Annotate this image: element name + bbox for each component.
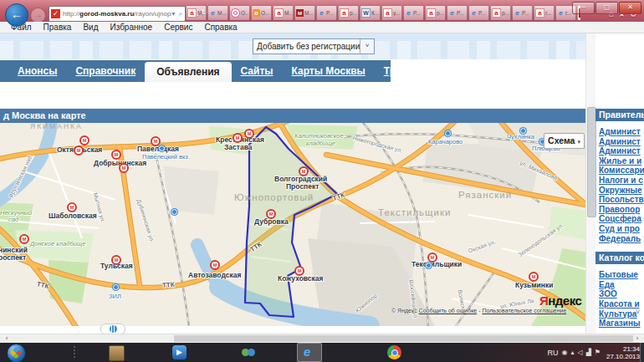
- close-button[interactable]: ✕: [619, 2, 641, 14]
- chrome-icon[interactable]: [387, 345, 401, 359]
- show-desktop-button[interactable]: [640, 343, 644, 362]
- back-button[interactable]: ←: [5, 3, 28, 27]
- browser-tab[interactable]: О...: [229, 5, 250, 20]
- internet-explorer-active[interactable]: e: [297, 343, 322, 362]
- metro-station-icon[interactable]: [119, 163, 129, 173]
- metro-station-icon[interactable]: [427, 252, 437, 263]
- menu-item[interactable]: Правка: [38, 23, 78, 32]
- sidebar-link[interactable]: Окружные: [599, 186, 644, 196]
- search-refresh-icons[interactable]: ▾ ⌕: [171, 10, 183, 18]
- menu-item[interactable]: Справка: [198, 23, 243, 32]
- hidden-icons-arrow[interactable]: ▴: [570, 349, 574, 356]
- tray-app-icon[interactable]: ◉: [561, 349, 567, 356]
- browser-tab[interactable]: Р...: [403, 5, 424, 20]
- scroll-right-arrow[interactable]: ›: [632, 334, 642, 343]
- metro-station-icon[interactable]: [299, 166, 309, 176]
- browser-tab[interactable]: у...: [381, 5, 402, 20]
- browser-tab[interactable]: р...: [338, 5, 359, 20]
- sidebar-link[interactable]: Суд и про: [599, 224, 644, 234]
- sidebar-link[interactable]: Налоги и с: [599, 176, 644, 186]
- address-bar[interactable]: ✓ http://gorod-moskva.ru/rayon/ujnoporto…: [49, 6, 186, 22]
- archive-app-icon[interactable]: [109, 345, 125, 361]
- minimize-button[interactable]: ─: [572, 2, 595, 14]
- metro-station-icon[interactable]: [210, 260, 220, 270]
- metro-station-icon[interactable]: [266, 209, 276, 219]
- browser-tab[interactable]: М...: [273, 5, 294, 20]
- browser-tab[interactable]: К...: [360, 5, 381, 20]
- rail-station-icon[interactable]: [159, 145, 165, 151]
- sidebar-link[interactable]: Посольств: [599, 195, 644, 205]
- yandex-map[interactable]: ЯКИМАНКАЮжнопортовыйТекстильщикиРязански…: [0, 123, 585, 326]
- browser-tab[interactable]: Р...: [316, 5, 337, 20]
- horizontal-scrollbar[interactable]: ‹ ›: [0, 334, 644, 343]
- metro-station-icon[interactable]: [151, 136, 161, 146]
- nav-tab[interactable]: Анонсы: [8, 60, 66, 82]
- sidebar-link[interactable]: Комиссари: [599, 166, 644, 176]
- metro-station-icon[interactable]: [294, 266, 304, 276]
- nav-tab[interactable]: Сайты: [232, 60, 283, 82]
- sidebar-link[interactable]: Еда: [599, 280, 644, 290]
- nav-tab[interactable]: Объявления: [145, 62, 231, 82]
- sidebar-link[interactable]: Соцсфера: [599, 214, 644, 224]
- sidebar-link[interactable]: Админист: [599, 146, 644, 156]
- clock[interactable]: 21:34 27.10.2013: [606, 345, 640, 360]
- media-player-icon[interactable]: ▶: [172, 345, 187, 359]
- rail-station-icon[interactable]: [113, 284, 119, 290]
- nav-tab[interactable]: Карты Москвы: [283, 60, 375, 82]
- browser-tab[interactable]: Р...: [447, 5, 468, 20]
- sidebar-link[interactable]: Правопор: [599, 205, 644, 215]
- zoom-knob-icon[interactable]: [110, 325, 117, 333]
- metro-station-icon[interactable]: [19, 234, 29, 244]
- metro-station-icon[interactable]: [74, 145, 84, 156]
- sidebar-link[interactable]: Админист: [599, 137, 644, 147]
- browser-tab[interactable]: Р...: [512, 5, 533, 20]
- metro-station-icon[interactable]: [111, 255, 121, 265]
- menu-item[interactable]: Избранное: [104, 23, 158, 32]
- browser-tab[interactable]: О...: [251, 5, 272, 20]
- terms-link[interactable]: Пользовательское соглашение: [482, 308, 566, 314]
- horizontal-scrollbar-thumb[interactable]: [174, 335, 633, 342]
- scroll-left-arrow[interactable]: ‹: [2, 334, 12, 343]
- map-type-button[interactable]: Схема ▾: [544, 133, 585, 149]
- start-button[interactable]: [7, 344, 26, 362]
- network-icon[interactable]: ▟: [586, 349, 591, 356]
- metro-station-icon[interactable]: [79, 135, 89, 145]
- add-without-registration-select[interactable]: Добавить без регистрации: ˅: [253, 38, 375, 54]
- sidebar-link[interactable]: ЗОО: [599, 289, 644, 299]
- sidebar-link[interactable]: Магазины: [599, 319, 644, 329]
- messenger-icon[interactable]: [242, 345, 256, 359]
- sidebar-link[interactable]: Жилье и и: [599, 156, 644, 166]
- browser-tab[interactable]: г...: [534, 5, 555, 20]
- nav-tab[interactable]: Транспорт: [375, 60, 445, 82]
- browser-tab[interactable]: М...: [186, 5, 207, 20]
- browser-tab[interactable]: р...: [490, 5, 511, 20]
- browser-tab[interactable]: р...: [425, 5, 446, 20]
- metro-station-icon[interactable]: [244, 129, 254, 139]
- browser-tab[interactable]: Р...: [468, 5, 489, 20]
- report-error-link[interactable]: Сообщить об ошибке: [419, 308, 478, 314]
- metro-station-icon[interactable]: [67, 202, 77, 212]
- rail-station-icon[interactable]: [445, 130, 451, 136]
- maximize-button[interactable]: ▢: [595, 2, 618, 14]
- rail-station-icon[interactable]: [426, 263, 432, 268]
- browser-tab[interactable]: М...: [207, 5, 228, 20]
- action-center-flag-icon[interactable]: ⚑: [595, 349, 601, 356]
- volume-icon[interactable]: ◁: [577, 349, 582, 356]
- nav-tab[interactable]: Справочник: [66, 60, 145, 82]
- rail-station-icon[interactable]: [171, 209, 177, 215]
- metro-station-icon[interactable]: [233, 133, 243, 143]
- language-indicator[interactable]: RU: [547, 349, 558, 357]
- tab-label: р...: [350, 10, 357, 16]
- metro-station-icon[interactable]: [529, 272, 539, 282]
- vertical-scrollbar[interactable]: [585, 33, 595, 334]
- menu-item[interactable]: Вид: [77, 23, 104, 32]
- sidebar-link[interactable]: Бытовые: [599, 270, 644, 280]
- metro-station-icon[interactable]: [111, 150, 121, 160]
- rail-station-icon[interactable]: [520, 128, 526, 134]
- menu-item[interactable]: Сервис: [158, 23, 198, 32]
- sidebar-link[interactable]: Админист: [599, 127, 644, 137]
- browser-tab[interactable]: М...: [294, 5, 315, 20]
- tab-favicon-icon: [514, 9, 521, 17]
- sidebar-link[interactable]: Федераль: [599, 234, 644, 244]
- tab-favicon-icon: [231, 8, 240, 18]
